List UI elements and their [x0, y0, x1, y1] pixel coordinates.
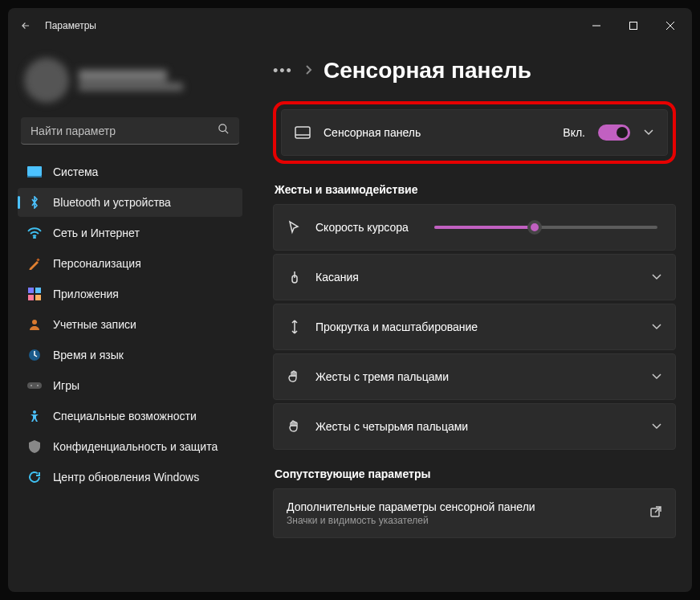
svg-rect-16 — [27, 382, 42, 389]
chevron-down-icon — [651, 371, 662, 382]
gaming-icon — [27, 378, 42, 393]
touchpad-icon — [295, 126, 311, 139]
related-card-title: Дополнительные параметры сенсорной панел… — [287, 500, 637, 513]
breadcrumb: ••• Сенсорная панель — [273, 58, 676, 84]
touchpad-master-card[interactable]: Сенсорная панель Вкл. — [281, 109, 668, 156]
card-label: Жесты с тремя пальцами — [315, 370, 638, 383]
sidebar-item-privacy[interactable]: Конфиденциальность и защита — [18, 432, 242, 461]
svg-line-5 — [225, 130, 228, 133]
scroll-area: Сенсорная панель Вкл. Жесты и взаимодейс… — [273, 101, 676, 592]
maximize-button[interactable] — [615, 13, 652, 39]
nav-label: Приложения — [53, 288, 119, 300]
scroll-zoom-card[interactable]: Прокрутка и масштабирование — [273, 304, 676, 350]
titlebar: Параметры — [8, 8, 692, 43]
app-title: Параметры — [45, 20, 96, 31]
related-card-subtitle: Значки и видимость указателей — [287, 515, 637, 526]
personalization-icon — [27, 256, 42, 271]
svg-point-8 — [34, 237, 35, 239]
chevron-right-icon — [304, 64, 312, 77]
nav-label: Bluetooth и устройства — [53, 196, 171, 209]
svg-rect-1 — [630, 22, 637, 30]
avatar — [24, 58, 69, 103]
sidebar-item-time-language[interactable]: Время и язык — [18, 341, 242, 369]
nav-label: Время и язык — [53, 349, 124, 361]
sidebar-item-bluetooth[interactable]: Bluetooth и устройства — [18, 188, 242, 217]
back-button[interactable] — [18, 18, 34, 34]
nav-label: Конфиденциальность и защита — [53, 440, 218, 453]
svg-point-17 — [31, 385, 32, 386]
nav-label: Специальные возможности — [53, 410, 197, 422]
nav: Система Bluetooth и устройства Сеть и Ин… — [18, 157, 242, 492]
main: ••• Сенсорная панель Сенсорная панель Вк… — [249, 43, 692, 592]
titlebar-left: Параметры — [18, 18, 96, 34]
sidebar-item-network[interactable]: Сеть и Интернет — [18, 218, 242, 247]
window-controls — [578, 13, 689, 39]
chevron-down-icon — [643, 127, 654, 138]
search-box[interactable] — [21, 117, 239, 145]
four-finger-card[interactable]: Жесты с четырьмя пальцами — [273, 403, 676, 450]
chevron-down-icon — [651, 271, 662, 283]
chevron-down-icon — [651, 421, 662, 432]
svg-point-14 — [32, 320, 37, 324]
touchpad-label: Сенсорная панель — [324, 126, 550, 139]
tap-icon — [287, 270, 303, 284]
svg-point-18 — [37, 385, 39, 386]
sidebar-item-windows-update[interactable]: Центр обновления Windows — [18, 463, 242, 492]
nav-label: Учетные записи — [53, 318, 136, 331]
profile-block[interactable] — [18, 53, 242, 111]
nav-label: Игры — [53, 379, 79, 392]
annotation-highlight: Сенсорная панель Вкл. — [273, 101, 676, 164]
nav-label: Центр обновления Windows — [53, 471, 199, 484]
three-finger-card[interactable]: Жесты с тремя пальцами — [273, 353, 676, 400]
touchpad-toggle[interactable] — [598, 124, 630, 141]
page-title: Сенсорная панель — [324, 58, 531, 84]
accounts-icon — [27, 317, 42, 332]
svg-rect-20 — [295, 127, 310, 138]
card-label: Прокрутка и масштабирование — [315, 320, 638, 333]
cursor-icon — [287, 220, 303, 235]
section-title-gestures: Жесты и взаимодействие — [275, 183, 676, 196]
sidebar: Система Bluetooth и устройства Сеть и Ин… — [8, 43, 249, 592]
apps-icon — [27, 287, 42, 301]
breadcrumb-overflow[interactable]: ••• — [273, 63, 293, 80]
profile-name — [79, 70, 167, 81]
svg-rect-6 — [27, 166, 42, 176]
sidebar-item-accessibility[interactable]: Специальные возможности — [18, 402, 242, 431]
open-external-icon — [649, 505, 662, 521]
slider-thumb[interactable] — [527, 220, 542, 235]
related-advanced-card[interactable]: Дополнительные параметры сенсорной панел… — [273, 488, 676, 538]
toggle-state-text: Вкл. — [563, 126, 585, 139]
sidebar-item-gaming[interactable]: Игры — [18, 371, 242, 400]
content: Система Bluetooth и устройства Сеть и Ин… — [8, 43, 692, 592]
chevron-down-icon — [651, 321, 662, 333]
network-icon — [27, 226, 42, 240]
taps-card[interactable]: Касания — [273, 254, 676, 300]
svg-point-19 — [33, 410, 36, 414]
sidebar-item-system[interactable]: Система — [18, 157, 242, 186]
privacy-icon — [27, 439, 42, 454]
card-label: Касания — [315, 271, 638, 284]
svg-rect-7 — [27, 176, 42, 178]
svg-rect-11 — [35, 288, 41, 293]
close-button[interactable] — [652, 13, 689, 39]
four-finger-icon — [287, 419, 303, 434]
cursor-speed-slider[interactable] — [434, 226, 657, 229]
bluetooth-icon — [27, 195, 42, 210]
accessibility-icon — [27, 409, 42, 423]
nav-label: Сеть и Интернет — [53, 227, 140, 239]
nav-label: Персонализация — [53, 257, 141, 270]
sidebar-item-apps[interactable]: Приложения — [18, 280, 242, 308]
search-input[interactable] — [31, 124, 218, 137]
sidebar-item-accounts[interactable]: Учетные записи — [18, 310, 242, 339]
minimize-button[interactable] — [578, 13, 615, 39]
card-label: Жесты с четырьмя пальцами — [315, 420, 638, 433]
profile-text — [79, 70, 183, 91]
svg-rect-10 — [28, 288, 34, 293]
three-finger-icon — [287, 369, 303, 384]
cursor-speed-card: Скорость курсора — [273, 204, 676, 251]
sidebar-item-personalization[interactable]: Персонализация — [18, 249, 242, 278]
svg-point-4 — [219, 124, 226, 132]
scroll-icon — [287, 320, 303, 334]
svg-rect-9 — [36, 258, 39, 261]
time-language-icon — [27, 348, 42, 362]
